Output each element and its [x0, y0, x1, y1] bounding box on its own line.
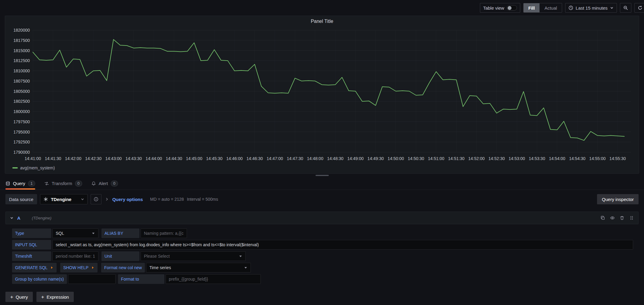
query-row-header[interactable]: A (TDengine) [5, 212, 639, 224]
svg-text:1805000: 1805000 [13, 89, 30, 94]
svg-text:14:41:30: 14:41:30 [45, 156, 61, 161]
svg-text:14:53:30: 14:53:30 [529, 156, 545, 161]
form-row-format: GENERATE SQL SHOW HELP Format new col ne… [12, 263, 633, 272]
caret-right-icon [91, 266, 95, 269]
actual-option-button[interactable]: Actual [540, 3, 562, 12]
query-editor-form: Type SQL ALIAS BY INPUT SQL Timeshift Un… [5, 224, 639, 284]
table-view-label: Table view [483, 5, 504, 11]
type-label: Type [12, 228, 51, 238]
alias-by-input[interactable] [141, 228, 187, 238]
svg-text:14:50:00: 14:50:00 [387, 156, 404, 161]
type-select[interactable]: SQL [52, 228, 98, 238]
zoom-out-icon [623, 5, 628, 10]
interval-text: Interval = 500ms [187, 197, 218, 202]
svg-text:14:52:00: 14:52:00 [468, 156, 485, 161]
generate-sql-button[interactable]: GENERATE SQL [12, 263, 57, 272]
tab-alert[interactable]: Alert 0 [91, 177, 118, 190]
svg-text:14:45:00: 14:45:00 [186, 156, 203, 161]
svg-text:14:43:00: 14:43:00 [105, 156, 122, 161]
tab-transform-badge: 0 [75, 181, 82, 187]
tab-query[interactable]: Query 1 [5, 177, 35, 190]
legend-swatch [12, 167, 18, 168]
refresh-button[interactable] [634, 3, 644, 13]
form-row-sql: INPUT SQL [12, 240, 633, 250]
datasource-picker[interactable]: TDengine [40, 194, 88, 204]
group-by-label: Group by column name(s) [12, 274, 67, 284]
svg-text:14:47:30: 14:47:30 [287, 156, 303, 161]
add-expression-button[interactable]: + Expression [36, 292, 74, 302]
database-icon [5, 181, 10, 186]
query-ref-id: A [17, 215, 20, 221]
tab-alert-label: Alert [99, 181, 108, 186]
form-row-groupby: Group by column name(s) Format to [12, 274, 633, 284]
show-help-button[interactable]: SHOW HELP [60, 263, 98, 272]
legend: avg(mem_system) [5, 165, 639, 173]
svg-text:14:53:00: 14:53:00 [509, 156, 525, 161]
table-view-switch[interactable] [507, 5, 517, 11]
panel-resize-handle[interactable] [5, 174, 639, 177]
svg-text:14:44:30: 14:44:30 [166, 156, 182, 161]
svg-text:14:54:30: 14:54:30 [569, 156, 586, 161]
format-select[interactable]: Time series [146, 263, 251, 272]
svg-text:1792500: 1792500 [13, 140, 30, 144]
svg-text:14:43:30: 14:43:30 [126, 156, 142, 161]
unit-label: Unit [101, 251, 139, 261]
drag-handle[interactable] [629, 215, 634, 220]
datasource-value: TDengine [51, 197, 71, 202]
chart-area: 1790000179250017950001797500180000018025… [5, 24, 639, 165]
form-row-type: Type SQL ALIAS BY [12, 228, 633, 238]
bell-icon [91, 181, 96, 186]
svg-text:14:49:00: 14:49:00 [347, 156, 364, 161]
timeshift-input[interactable] [52, 251, 98, 261]
svg-text:14:50:30: 14:50:30 [408, 156, 424, 161]
svg-text:1807500: 1807500 [13, 79, 30, 83]
svg-text:1795000: 1795000 [13, 130, 30, 134]
tab-transform-label: Transform [52, 181, 72, 186]
format-to-input[interactable] [166, 274, 261, 284]
format-label: Format new col new [101, 263, 145, 272]
duplicate-query-button[interactable] [600, 215, 605, 220]
group-by-input[interactable] [68, 274, 116, 284]
svg-text:14:46:30: 14:46:30 [247, 156, 263, 161]
caret-right-icon [50, 266, 54, 269]
input-sql-label: INPUT SQL [12, 240, 51, 250]
clock-icon [568, 5, 573, 10]
time-range-picker[interactable]: Last 15 minutes [565, 3, 617, 13]
svg-text:14:55:00: 14:55:00 [589, 156, 606, 161]
tab-transform[interactable]: Transform 0 [44, 177, 82, 190]
delete-query-button[interactable] [620, 215, 624, 220]
timeseries-chart-svg[interactable]: 1790000179250017950001797500180000018025… [5, 24, 639, 165]
show-help-label: SHOW HELP [63, 265, 89, 270]
tab-alert-badge: 0 [111, 181, 118, 187]
hide-query-button[interactable] [610, 215, 615, 220]
grip-dots-icon [629, 215, 634, 220]
svg-text:14:46:00: 14:46:00 [226, 156, 243, 161]
panel-title[interactable]: Panel Title [5, 16, 639, 24]
format-to-label: Format to [118, 274, 164, 284]
toggle-knob [508, 6, 512, 10]
query-options-toggle[interactable]: Query options [112, 197, 143, 202]
alias-by-label: ALIAS BY [101, 228, 139, 238]
editor-tabs: Query 1 Transform 0 Alert 0 [0, 177, 644, 190]
fill-option-button[interactable]: Fill [524, 3, 540, 12]
info-circle-icon [94, 197, 98, 202]
caret-down-icon [244, 266, 247, 269]
datasource-info-button[interactable] [91, 194, 101, 204]
chevron-down-icon [610, 6, 614, 10]
editor-footer: + Query + Expression [5, 292, 639, 302]
chevron-down-icon [81, 197, 84, 201]
plus-icon: + [41, 294, 44, 300]
legend-series-label[interactable]: avg(mem_system) [20, 165, 55, 170]
unit-select[interactable]: Please Select [141, 251, 246, 261]
svg-text:14:45:30: 14:45:30 [206, 156, 223, 161]
type-select-value: SQL [56, 231, 64, 236]
svg-text:14:44:00: 14:44:00 [146, 156, 162, 161]
tdengine-logo-icon [43, 197, 48, 202]
add-query-button[interactable]: + Query [5, 292, 33, 302]
format-select-value: Time series [149, 265, 171, 270]
max-data-points-text: MD = auto = 2128 [150, 197, 184, 202]
svg-text:1812500: 1812500 [13, 58, 30, 63]
zoom-out-button[interactable] [620, 3, 631, 13]
sql-input[interactable] [52, 240, 633, 250]
query-inspector-button[interactable]: Query inspector [597, 194, 639, 204]
